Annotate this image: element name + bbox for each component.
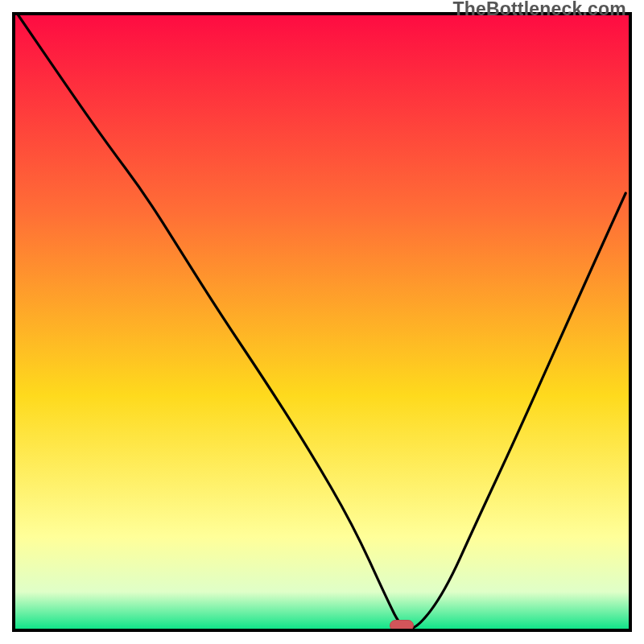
optimum-marker xyxy=(390,620,414,631)
chart-frame: TheBottleneck.com xyxy=(0,0,644,644)
bottleneck-curve xyxy=(15,15,629,629)
watermark-text: TheBottleneck.com xyxy=(452,0,626,20)
plot-area xyxy=(12,12,632,632)
